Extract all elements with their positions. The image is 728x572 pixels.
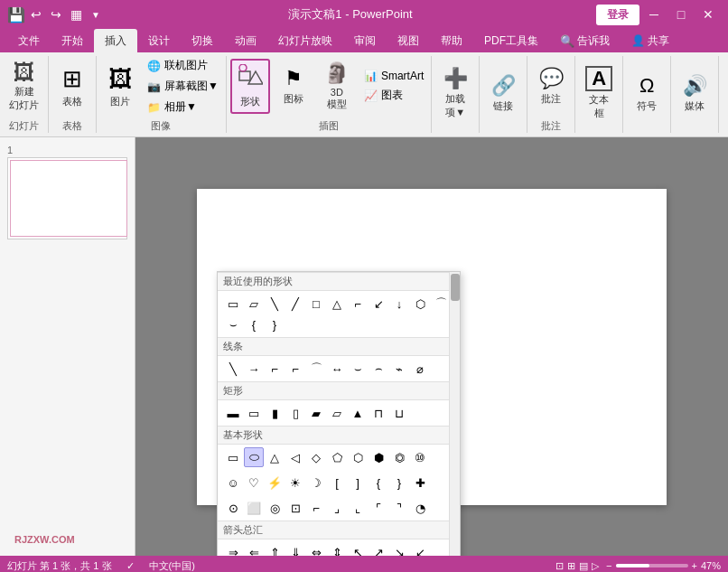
shape-triangle[interactable]: △ [327, 294, 347, 314]
shapes-scroll-thumb[interactable] [451, 274, 460, 301]
slide-sorter-button[interactable]: ⊞ [567, 560, 575, 572]
tab-insert[interactable]: 插入 [94, 29, 137, 52]
line-straight[interactable]: ╲ [223, 359, 243, 379]
line-freeform[interactable]: ⌁ [389, 359, 409, 379]
basic-sun[interactable]: ☀ [285, 473, 305, 492]
line-scribble[interactable]: ⌀ [410, 359, 430, 379]
basic-diamond[interactable]: ◇ [306, 447, 326, 467]
rect-1[interactable]: ▬ [223, 403, 243, 423]
album-button[interactable]: 📁 相册▼ [144, 98, 222, 117]
basic-pent[interactable]: ⬠ [327, 447, 347, 467]
arrow-dr[interactable]: ↘ [389, 542, 409, 556]
tab-home[interactable]: 开始 [51, 29, 94, 52]
basic-bevel[interactable]: ⊡ [285, 498, 305, 518]
arrow-d[interactable]: ⇓ [285, 542, 305, 556]
tab-design[interactable]: 设计 [137, 29, 181, 52]
new-slide-button[interactable]: 🖼 新建幻灯片 [4, 58, 44, 116]
slideshow-button[interactable]: ▷ [592, 560, 599, 572]
login-button[interactable]: 登录 [596, 5, 639, 25]
basic-hex[interactable]: ⬡ [348, 447, 368, 467]
basic-smiley[interactable]: ☺ [223, 473, 243, 492]
basic-bracket-l[interactable]: [ [327, 473, 347, 492]
restore-button[interactable]: □ [668, 2, 694, 27]
undo-icon[interactable]: ↩ [27, 5, 45, 23]
basic-donut[interactable]: ◎ [265, 498, 285, 518]
shape-hex[interactable]: ⬡ [410, 294, 430, 314]
basic-snip4[interactable]: ⌝ [389, 498, 409, 518]
basic-cross[interactable]: ✚ [410, 473, 430, 492]
basic-cylinder[interactable]: ⊙ [223, 498, 243, 518]
arrow-ur[interactable]: ↗ [369, 542, 388, 556]
basic-heart[interactable]: ♡ [244, 473, 264, 492]
shape-bracket-l[interactable]: { [244, 314, 264, 334]
slide-thumbnail-1[interactable] [7, 157, 127, 239]
smartart-button[interactable]: 📊 SmartArt [360, 68, 427, 84]
basic-pie[interactable]: ◔ [410, 498, 430, 518]
basic-snip1[interactable]: ⌟ [327, 498, 347, 518]
rect-8[interactable]: ⊓ [369, 403, 388, 423]
shapes-scrollbar[interactable] [449, 272, 460, 556]
normal-view-button[interactable]: ⊡ [555, 560, 564, 572]
addins-button[interactable]: ➕ 加载项▼ [435, 63, 475, 123]
icons-button[interactable]: ⚑ 图标 [274, 63, 313, 109]
zoom-out-button[interactable]: − [606, 560, 611, 571]
line-arrow[interactable]: → [244, 359, 264, 379]
shape-arrow-d[interactable]: ↓ [389, 294, 409, 314]
table-button[interactable]: ⊞ 表格 [52, 61, 92, 112]
basic-cube[interactable]: ⬜ [244, 498, 264, 518]
online-picture-button[interactable]: 🌐 联机图片 [144, 56, 222, 75]
tab-view[interactable]: 视图 [387, 29, 430, 52]
shape-arrow-dl[interactable]: ↙ [369, 294, 388, 314]
shape-parallelogram[interactable]: ▱ [244, 294, 264, 314]
basic-triangle[interactable]: △ [265, 447, 285, 467]
slide-item-1[interactable]: 1 [7, 145, 127, 239]
line-double[interactable]: ↔ [327, 359, 347, 379]
comment-button[interactable]: 💬 批注 [531, 63, 571, 109]
basic-hept[interactable]: ⬢ [369, 447, 388, 467]
arrow-r[interactable]: ⇒ [223, 542, 243, 556]
shape-rect[interactable]: ▭ [223, 294, 243, 314]
basic-dec[interactable]: ⑩ [410, 447, 430, 467]
rect-7[interactable]: ▲ [348, 403, 368, 423]
minimize-button[interactable]: ─ [641, 2, 667, 27]
save-icon[interactable]: 💾 [7, 5, 25, 23]
tab-transitions[interactable]: 切换 [181, 29, 224, 52]
basic-rtriangle[interactable]: ◁ [285, 447, 305, 467]
shape-wave[interactable]: ⌣ [223, 314, 243, 334]
arrow-lr[interactable]: ⇔ [306, 542, 326, 556]
line-curve[interactable]: ⌒ [306, 359, 326, 379]
arrow-ud[interactable]: ⇕ [327, 542, 347, 556]
zoom-in-button[interactable]: + [692, 560, 697, 571]
chart-button[interactable]: 📈 图表 [360, 86, 427, 105]
tab-help[interactable]: 帮助 [430, 29, 473, 52]
basic-oval[interactable]: ⬭ [244, 447, 264, 467]
tab-file[interactable]: 文件 [7, 29, 51, 52]
rect-6[interactable]: ▱ [327, 403, 347, 423]
shape-corner[interactable]: ⌐ [348, 294, 368, 314]
rect-2[interactable]: ▭ [244, 403, 264, 423]
media-button[interactable]: 🔊 媒体 [675, 70, 714, 117]
rect-3[interactable]: ▮ [265, 403, 285, 423]
arrow-l[interactable]: ⇐ [244, 542, 264, 556]
tab-slideshow[interactable]: 幻灯片放映 [267, 29, 343, 52]
line-bent2[interactable]: ⌐ [285, 359, 305, 379]
tab-review[interactable]: 审阅 [343, 29, 387, 52]
basic-brace-l[interactable]: { [369, 473, 388, 492]
3d-models-button[interactable]: 🗿 3D模型 [317, 58, 357, 115]
basic-moon[interactable]: ☽ [306, 473, 326, 492]
basic-oct[interactable]: ⏣ [389, 447, 409, 467]
basic-brace-r[interactable]: } [389, 473, 409, 492]
line-bent[interactable]: ⌐ [265, 359, 285, 379]
basic-fold[interactable]: ⌐ [306, 498, 326, 518]
shape-arc[interactable]: ⌒ [431, 294, 451, 314]
line-elbow2[interactable]: ⌢ [369, 359, 388, 379]
tab-tellme[interactable]: 🔍告诉我 [549, 29, 621, 52]
arrow-dl2[interactable]: ↙ [410, 542, 430, 556]
rect-4[interactable]: ▯ [285, 403, 305, 423]
rect-5[interactable]: ▰ [306, 403, 326, 423]
tab-animations[interactable]: 动画 [224, 29, 267, 52]
redo-icon[interactable]: ↪ [47, 5, 65, 23]
reading-view-button[interactable]: ▤ [579, 560, 588, 572]
textbox-button[interactable]: A 文本框 [579, 62, 619, 124]
link-button[interactable]: 🔗 链接 [483, 70, 523, 117]
